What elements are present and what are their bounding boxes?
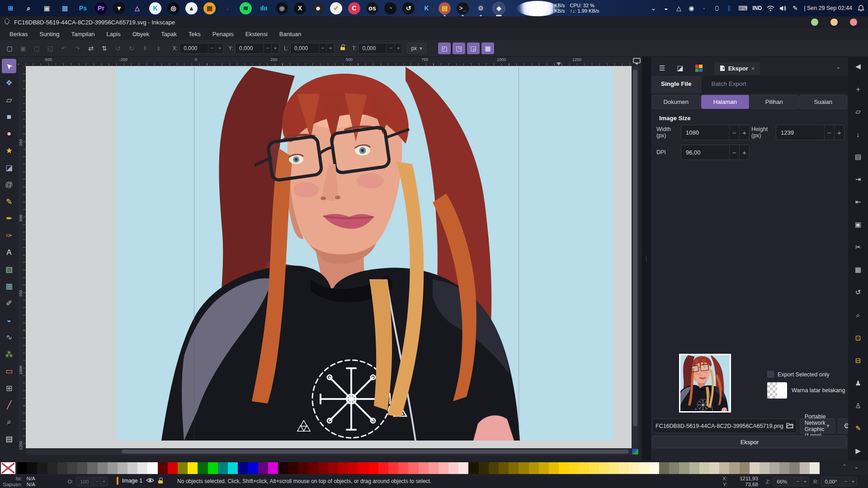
y-plus[interactable]: + [271, 43, 279, 53]
dock-splitter-handle[interactable]: ⋮ [642, 57, 651, 460]
opacity-input[interactable]: 100 −+ [76, 477, 108, 486]
undo-icon[interactable]: ↶ [58, 42, 70, 54]
rotation-minus[interactable]: − [842, 477, 849, 486]
file-explorer-icon[interactable]: ▥ [59, 2, 71, 14]
terminal-icon[interactable]: >_ [457, 2, 469, 14]
pixel-sprite-icon[interactable]: ▩ [203, 2, 216, 14]
expand-panel-icon[interactable]: ▶ [852, 445, 864, 457]
mountain-app-icon[interactable]: ▲ [185, 2, 198, 14]
menu-bantuan[interactable]: Bantuan [274, 29, 307, 39]
export-button[interactable]: Ekspor [652, 436, 847, 448]
opacity-minus[interactable]: − [94, 477, 100, 486]
drawing-artwork[interactable] [116, 67, 613, 441]
open-document-icon[interactable]: ▱ [852, 106, 864, 117]
y-input[interactable]: 0,000 −+ [235, 43, 279, 54]
prism-app-icon[interactable]: △ [131, 2, 143, 14]
collapse-panel-icon[interactable]: ◀ [852, 61, 864, 72]
pen-icon[interactable]: ✎ [792, 5, 799, 12]
tool-spray[interactable]: ⁂ [2, 347, 16, 361]
tool-spiral[interactable]: @ [2, 178, 16, 192]
display-color-management-icon[interactable] [632, 58, 641, 67]
redo-icon[interactable]: ↷ [71, 42, 83, 54]
export-format-select[interactable]: Portable Network Graphic (*.png) ▼ [800, 418, 835, 433]
tab-export[interactable]: Ekspor × [714, 62, 760, 75]
rotate-cw-icon[interactable]: ↻ [126, 42, 137, 54]
palette-scroll-up-icon[interactable]: ⌃ [842, 463, 847, 470]
flip-horizontal-icon[interactable]: ⇄ [85, 42, 97, 54]
settings-icon[interactable]: ⚙ [475, 2, 487, 14]
tool-star[interactable]: ★ [2, 144, 16, 158]
w-plus[interactable]: + [326, 43, 334, 53]
tray-expand-icon[interactable]: ⌄ [650, 5, 657, 12]
menu-berkas[interactable]: Berkas [4, 29, 33, 39]
tool-rectangle[interactable]: ■ [2, 110, 16, 124]
tool-shape-builder[interactable]: ▱ [2, 93, 16, 107]
h-minus[interactable]: − [387, 43, 394, 53]
tool-selector[interactable]: ➤ [2, 59, 16, 73]
close-button[interactable] [850, 19, 857, 26]
export-filename-input[interactable]: FC16DB8D-5619-44CA-8C2D-39956CA65719.png [652, 418, 797, 433]
ungroup-icon[interactable]: ♙ [852, 400, 864, 412]
layer-visibility-eye-icon[interactable] [146, 478, 154, 484]
lock-ratio-icon[interactable] [340, 44, 346, 52]
close-tab-icon[interactable]: × [751, 65, 755, 72]
current-layer[interactable]: Image 1 [122, 478, 142, 484]
horizontal-scrollbar-thumb[interactable] [122, 450, 629, 454]
check-app-icon[interactable]: ✔ [330, 2, 342, 14]
tray-language[interactable]: IND [753, 5, 762, 11]
tray-play-icon[interactable]: ◉ [688, 5, 695, 12]
save-document-icon[interactable]: ↓ [852, 128, 864, 140]
tab-single-file[interactable]: Single File [651, 76, 702, 93]
menu-penapis[interactable]: Penapis [207, 29, 240, 39]
layer-lock-icon[interactable] [158, 477, 164, 485]
dark-paint-icon[interactable]: ◉ [276, 2, 288, 14]
notification-bell-icon[interactable] [857, 5, 864, 12]
opacity-plus[interactable]: + [100, 477, 107, 486]
tray-dot-icon[interactable]: · [700, 5, 708, 12]
spotify-icon[interactable]: ≋ [240, 2, 252, 14]
tab-batch-export[interactable]: Batch Export [702, 76, 756, 93]
menu-sunting[interactable]: Sunting [33, 29, 65, 39]
snap-scale-icon[interactable]: ◲ [467, 42, 480, 54]
select-all-icon[interactable]: ▢ [4, 42, 15, 54]
photoshop-icon[interactable]: Ps [77, 2, 89, 14]
history-icon[interactable]: ↺ [852, 286, 864, 298]
wifi-icon[interactable] [767, 5, 774, 11]
zoom-input[interactable]: 66% −+ [773, 477, 809, 486]
tool-tweak[interactable]: ∿ [2, 330, 16, 345]
horizontal-scrollbar[interactable] [26, 448, 632, 455]
vertical-scrollbar[interactable] [632, 66, 639, 448]
inkscape-icon[interactable]: ◆ [493, 2, 505, 14]
export-selected-checkbox[interactable] [767, 371, 774, 378]
clone-icon[interactable]: ⊟ [852, 355, 864, 366]
ruler-horizontal[interactable]: -500-250025050075010001250 [18, 57, 644, 66]
width-input[interactable]: 0,000 −+ [290, 43, 335, 54]
rotation-plus[interactable]: + [849, 477, 857, 486]
swatches-dialog-icon[interactable] [695, 65, 703, 72]
tool-pen[interactable]: ✒ [2, 211, 16, 226]
select-invert-icon[interactable]: ◱ [44, 42, 56, 54]
no-color-swatch[interactable] [1, 462, 15, 474]
tool-node[interactable]: ❖ [2, 76, 16, 90]
background-color-swatch[interactable] [767, 382, 787, 399]
obs-icon[interactable]: ◎ [167, 2, 179, 14]
krita-icon[interactable]: K [420, 2, 433, 14]
area-suaian-button[interactable]: Suaian [799, 95, 848, 109]
snap-move-icon[interactable]: ◰ [438, 42, 451, 54]
height-minus[interactable]: − [824, 125, 834, 140]
tool-mesh[interactable]: ▦ [2, 279, 16, 294]
fill-value[interactable]: N/A [27, 476, 35, 482]
widgets-icon[interactable]: ▣ [41, 2, 53, 14]
menu-tampilan[interactable]: Tampilan [66, 29, 101, 39]
area-halaman-button[interactable]: Halaman [701, 95, 750, 109]
minimize-button[interactable] [811, 19, 818, 26]
copy-icon[interactable]: ▣ [852, 219, 864, 230]
tray-drop-icon[interactable]: ◒ [662, 5, 670, 12]
palette-scroll-down-icon[interactable]: ⌄ [854, 463, 859, 470]
tool-fill[interactable]: ◒ [2, 313, 16, 328]
area-pilihan-button[interactable]: Pilihan [750, 95, 798, 109]
drop-app-icon[interactable]: ▼ [113, 2, 125, 14]
deselect-icon[interactable]: ▢ [31, 42, 42, 54]
export-width-input[interactable]: 1080 −+ [681, 125, 750, 140]
dpi-plus[interactable]: + [739, 145, 749, 160]
